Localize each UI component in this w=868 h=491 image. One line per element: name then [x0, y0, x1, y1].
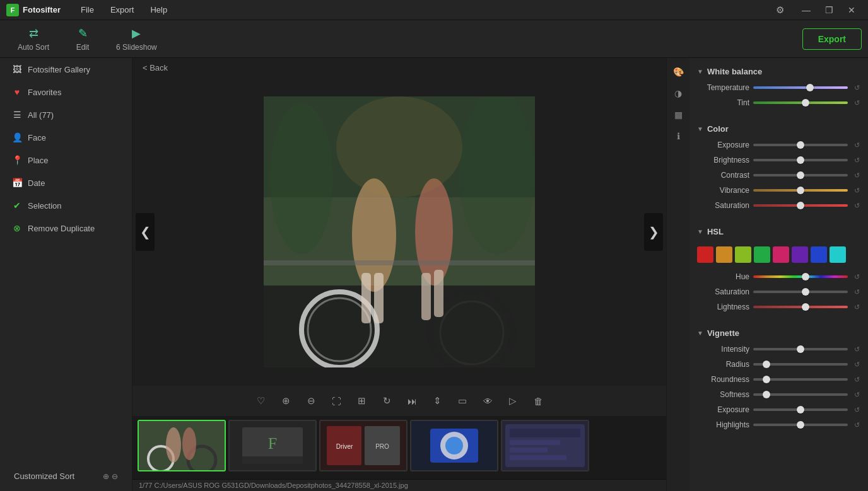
hsl-lightness-slider[interactable]: [753, 306, 848, 308]
saturation-slider[interactable]: [753, 204, 848, 207]
slideshow-button[interactable]: ▶ 6 Slideshow: [105, 21, 168, 57]
menu-help[interactable]: Help: [143, 3, 175, 17]
slideshow-play-button[interactable]: ▷: [501, 391, 524, 411]
temperature-reset-icon[interactable]: ↺: [852, 83, 862, 93]
vignette-exposure-thumb[interactable]: [797, 406, 804, 413]
exposure-thumb[interactable]: [797, 141, 804, 149]
hsl-swatch-red[interactable]: [697, 246, 713, 263]
hsl-swatch-orange[interactable]: [716, 246, 732, 263]
menu-file[interactable]: File: [73, 3, 102, 17]
vignette-radius-thumb[interactable]: [763, 361, 770, 368]
tint-thumb[interactable]: [802, 99, 809, 107]
hsl-swatch-cyan[interactable]: [830, 246, 846, 263]
vibrance-thumb[interactable]: [797, 187, 804, 194]
layers-icon[interactable]: ▦: [669, 106, 687, 124]
settings-icon[interactable]: ⚙: [771, 3, 789, 18]
exposure-reset-icon[interactable]: ↺: [852, 140, 862, 150]
vignette-roundness-reset-icon[interactable]: ↺: [852, 374, 862, 384]
hsl-lightness-reset-icon[interactable]: ↺: [852, 302, 862, 312]
white-balance-header[interactable]: ▼ White balance: [695, 63, 863, 80]
fit-button[interactable]: ⛶: [325, 391, 348, 411]
exposure-slider[interactable]: [753, 144, 848, 146]
crop-button[interactable]: ⊞: [350, 391, 373, 411]
sidebar-item-face[interactable]: 👤 Face: [3, 127, 129, 148]
zoom-out-button[interactable]: ⊖: [300, 391, 322, 411]
customized-remove-icon[interactable]: ⊖: [112, 472, 118, 481]
vibrance-slider[interactable]: [753, 189, 848, 192]
color-header[interactable]: ▼ Color: [695, 120, 863, 137]
hsl-saturation-reset-icon[interactable]: ↺: [852, 287, 862, 297]
frame-button[interactable]: ▭: [451, 391, 474, 411]
info-icon[interactable]: ℹ: [669, 127, 687, 145]
prev-image-button[interactable]: ❮: [136, 213, 155, 251]
brightness-slider[interactable]: [753, 159, 848, 161]
temperature-thumb[interactable]: [806, 84, 814, 91]
favorite-button[interactable]: ♡: [249, 391, 272, 411]
temperature-slider[interactable]: [753, 86, 848, 89]
eye-button[interactable]: 👁: [476, 391, 499, 411]
hsl-swatch-yellow-green[interactable]: [735, 246, 751, 263]
contrast-slider[interactable]: [753, 174, 848, 176]
compare-button[interactable]: ⇕: [426, 391, 449, 411]
filmstrip-item-4[interactable]: [410, 420, 498, 471]
vignette-header[interactable]: ▼ Vignette: [695, 325, 863, 342]
minimize-button[interactable]: —: [796, 3, 816, 18]
vignette-softness-slider[interactable]: [753, 393, 848, 396]
contrast-thumb[interactable]: [797, 171, 804, 179]
hsl-hue-reset-icon[interactable]: ↺: [852, 272, 862, 282]
zoom-in-button[interactable]: ⊕: [274, 391, 297, 411]
hsl-swatch-green[interactable]: [754, 246, 770, 263]
filmstrip-item-3[interactable]: Driver PRO: [319, 420, 408, 471]
sidebar-item-favorites[interactable]: ♥ Favorites: [3, 81, 129, 103]
sidebar-item-selection[interactable]: ✔ Selection: [3, 195, 129, 216]
hsl-header[interactable]: ▼ HSL: [695, 223, 863, 240]
sidebar-item-gallery[interactable]: 🖼 Fotosifter Gallery: [3, 59, 129, 80]
vignette-highlights-slider[interactable]: [753, 424, 848, 426]
back-button[interactable]: < Back: [143, 63, 168, 72]
menu-export[interactable]: Export: [103, 3, 142, 17]
hsl-hue-slider[interactable]: [753, 275, 848, 278]
export-button[interactable]: Export: [802, 28, 862, 50]
next-image-button[interactable]: ❯: [644, 213, 663, 251]
vignette-highlights-thumb[interactable]: [797, 421, 804, 429]
brightness-thumb[interactable]: [797, 156, 804, 164]
skip-button[interactable]: ⏭: [401, 391, 423, 411]
maximize-button[interactable]: ❐: [819, 3, 839, 18]
hsl-swatch-purple[interactable]: [792, 246, 808, 263]
mask-tools-icon[interactable]: ◑: [669, 84, 687, 102]
hsl-saturation-slider[interactable]: [753, 291, 848, 293]
hsl-hue-thumb[interactable]: [802, 273, 809, 280]
filmstrip-item-2[interactable]: F: [228, 420, 317, 471]
saturation-reset-icon[interactable]: ↺: [852, 200, 862, 211]
vignette-exposure-reset-icon[interactable]: ↺: [852, 405, 862, 415]
filmstrip-item-5[interactable]: [501, 420, 589, 471]
sidebar-item-place[interactable]: 📍 Place: [3, 149, 129, 171]
close-button[interactable]: ✕: [842, 3, 862, 18]
sidebar-item-date[interactable]: 📅 Date: [3, 172, 129, 194]
rotate-button[interactable]: ↻: [375, 391, 398, 411]
hsl-swatch-pink[interactable]: [773, 246, 789, 263]
vignette-softness-reset-icon[interactable]: ↺: [852, 390, 862, 400]
vignette-intensity-thumb[interactable]: [797, 345, 804, 353]
sidebar-item-customized-sort[interactable]: Customized Sort ⊕ ⊖: [5, 466, 127, 487]
delete-button[interactable]: 🗑: [527, 391, 549, 411]
customized-add-icon[interactable]: ⊕: [103, 472, 109, 481]
autosort-button[interactable]: ⇄ Auto Sort: [6, 21, 61, 57]
vibrance-reset-icon[interactable]: ↺: [852, 185, 862, 195]
vignette-radius-reset-icon[interactable]: ↺: [852, 359, 862, 369]
hsl-lightness-thumb[interactable]: [802, 303, 809, 311]
sidebar-item-remove-duplicate[interactable]: ⊗ Remove Duplicate: [3, 217, 129, 239]
vignette-intensity-slider[interactable]: [753, 348, 848, 350]
tint-slider[interactable]: [753, 101, 848, 104]
vignette-exposure-slider[interactable]: [753, 408, 848, 411]
color-tools-icon[interactable]: 🎨: [669, 63, 687, 81]
hsl-swatch-blue[interactable]: [811, 246, 827, 263]
vignette-softness-thumb[interactable]: [763, 391, 770, 398]
vignette-intensity-reset-icon[interactable]: ↺: [852, 344, 862, 354]
sidebar-item-all[interactable]: ☰ All (77): [3, 104, 129, 125]
edit-button[interactable]: ✎ Edit: [61, 21, 105, 57]
vignette-radius-slider[interactable]: [753, 363, 848, 366]
saturation-thumb[interactable]: [797, 202, 804, 209]
vignette-roundness-slider[interactable]: [753, 378, 848, 381]
filmstrip-item-1[interactable]: [138, 420, 226, 471]
